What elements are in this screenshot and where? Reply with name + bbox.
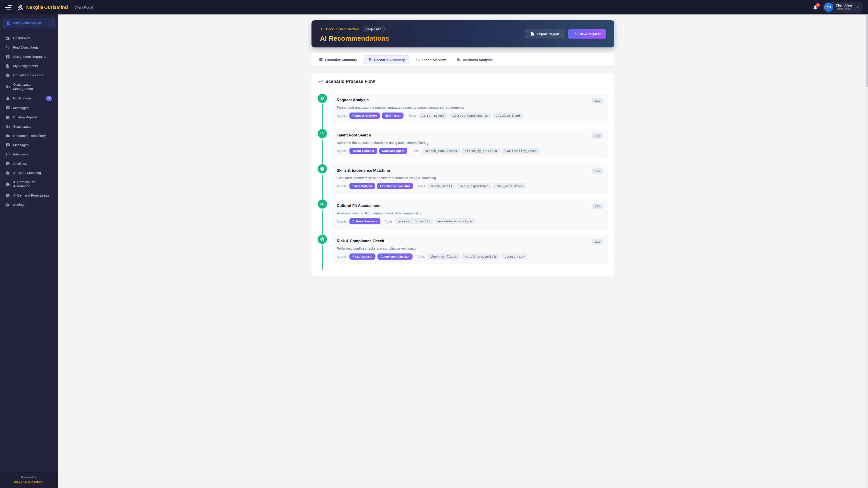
step-card: Request Analysis 1.2s Parsed and analyze… (332, 94, 434, 123)
tool-chip: search_consultants (422, 148, 434, 154)
brand: Nexgile-JurisMind (18, 4, 68, 10)
process-step-skills-experience-matching: Skills & Experience Matching 2.8s Evalua… (318, 164, 434, 194)
sidebar-item-custom-reports[interactable]: Custom Reports (3, 113, 55, 122)
analytics-icon (6, 193, 10, 198)
shield-icon (318, 235, 327, 244)
step-description: Parsed and analyzed the natural language… (337, 105, 434, 109)
building-icon (6, 85, 10, 89)
agent-chip: NLP Parser (382, 112, 404, 119)
analytics-icon (6, 162, 10, 166)
agents-label: Agents: (337, 220, 347, 223)
sidebar-item-find-consultants[interactable]: Find Consultants (3, 43, 55, 52)
tab-scenario-summary[interactable]: Scenario Summary (364, 55, 409, 64)
chat-icon (6, 143, 10, 147)
step-title: Request Analysis (337, 98, 369, 102)
sidebar-item-ai-compliance-automation[interactable]: AI Compliance Automation (3, 178, 55, 191)
sidebar-item-interviews[interactable]: Interviews (3, 150, 55, 159)
tool-chip: parse_request (418, 112, 434, 119)
tools-label: Tools: (385, 220, 394, 223)
tab-technical-view[interactable]: Technical View (411, 55, 434, 64)
step-card: Cultural Fit Assessment 1.5s Assessed cu… (332, 199, 434, 229)
dashboard-icon (319, 58, 323, 62)
bar-chart-icon (6, 115, 10, 120)
step-title: Risk & Compliance Check (337, 239, 384, 243)
file-icon (368, 58, 372, 62)
agents-label: Agents: (337, 184, 347, 188)
sidebar-item-organization[interactable]: Organization (3, 122, 55, 131)
sidebar-item-ai-talent-matching[interactable]: AI Talent Matching (3, 168, 55, 177)
building-icon (6, 21, 11, 25)
connector-line (322, 139, 323, 164)
sidebar-item-ai-demand-forecasting[interactable]: AI Demand Forecasting (3, 191, 55, 200)
gear-icon (6, 203, 10, 207)
process-step-talent-pool-search: Talent Pool Search 3.4s Searched the con… (318, 129, 434, 158)
tool-chip: match_skills (428, 183, 434, 189)
tools-label: Tools: (408, 114, 416, 118)
step-title: Cultural Fit Assessment (337, 203, 381, 208)
step-card: Skills & Experience Matching 2.8s Evalua… (332, 164, 434, 194)
tab-executive-summary[interactable]: Executive Summary (315, 55, 362, 64)
step-title: Skills & Experience Matching (337, 168, 390, 173)
sidebar-item-notifications[interactable]: Notifications 3 (3, 94, 55, 103)
sidebar-item-messages[interactable]: Messages (3, 141, 55, 150)
page-title: AI Recommendations (320, 35, 390, 42)
check-circle-icon (6, 73, 10, 77)
tools-label: Tools: (418, 184, 426, 188)
dashboard-icon (6, 36, 10, 40)
process-step-risk-compliance-check: Risk & Compliance Check 2.1s Performed c… (318, 235, 434, 244)
step-badge: Step 3 of 3 (363, 26, 385, 32)
step-card: Talent Pool Search 3.4s Searched the con… (332, 129, 434, 158)
sidebar-item-organization-management[interactable]: Organization Management (3, 80, 55, 93)
connector-line (322, 210, 323, 235)
step-description: Searched the consultant database using m… (337, 141, 434, 144)
agent-chip: Database Agent (379, 148, 407, 154)
view-tabs: Executive Summary Scenario Summary Techn… (311, 53, 434, 66)
notification-count-badge: 3 (46, 96, 52, 101)
connector-line (322, 104, 323, 129)
trending-up-icon (318, 79, 323, 84)
agents-label: Agents: (337, 149, 347, 153)
sidebar-item-consultant-selection[interactable]: Consultant Selection (3, 71, 55, 80)
step-card: Risk & Compliance Check 2.1s Performed c… (332, 235, 434, 244)
robot-icon (6, 182, 10, 186)
clipboard-icon (6, 55, 10, 59)
bell-icon (6, 96, 10, 101)
top-bar: Nexgile-JurisMind Client Portal 3 CU Cli… (0, 0, 434, 14)
sidebar-item-settings[interactable]: Settings (3, 200, 55, 209)
step-title: Talent Pool Search (337, 133, 371, 138)
connector-line (322, 175, 323, 199)
section-title: Scenario Process Flow (326, 79, 375, 84)
sidebar-item-my-assignments[interactable]: My Assignments (3, 62, 55, 70)
agent-chip: Talent Searcher (349, 148, 377, 154)
process-step-cultural-fit-assessment: Cultural Fit Assessment 1.5s Assessed cu… (318, 199, 434, 229)
page-header-banner: Back to Orchestration Step 3 of 3 AI Rec… (311, 20, 434, 47)
folder-icon (6, 134, 10, 138)
search-icon (318, 129, 327, 138)
menu-toggle-icon[interactable] (5, 5, 12, 9)
file-icon (6, 64, 10, 68)
sidebar-item-client-organization[interactable]: Client Organization (3, 18, 55, 28)
sidebar-item-dashboard[interactable]: Dashboard (3, 34, 55, 43)
psychology-icon (318, 94, 327, 103)
agent-chip: Cultural Assessor (349, 218, 380, 224)
agent-chip: Skills Matcher (349, 183, 375, 189)
sidebar-item-document-repository[interactable]: Document Repository (3, 131, 55, 140)
sidebar-item-assignment-requests[interactable]: Assignment Requests (3, 53, 55, 61)
brand-name: Nexgile-JurisMind (26, 4, 68, 10)
portal-label: Client Portal (74, 5, 93, 9)
calendar-icon (6, 152, 10, 157)
agents-label: Agents: (337, 114, 347, 118)
scenario-process-flow-card: Scenario Process Flow Request Analysis 1… (311, 73, 434, 244)
code-icon (416, 58, 420, 62)
verified-icon (318, 164, 327, 173)
process-step-request-analysis: Request Analysis 1.2s Parsed and analyze… (318, 94, 434, 123)
building-icon (6, 125, 10, 129)
back-to-orchestration-link[interactable]: Back to Orchestration (320, 27, 359, 31)
robot-icon (6, 171, 10, 175)
search-icon (6, 45, 10, 50)
tools-label: Tools: (412, 149, 420, 153)
arrow-left-icon (320, 27, 324, 31)
sidebar-item-analytics[interactable]: Analytics (3, 159, 55, 168)
step-description: Evaluated candidate skills against requi… (337, 176, 434, 180)
sidebar-item-messages[interactable]: Messages (3, 104, 55, 112)
